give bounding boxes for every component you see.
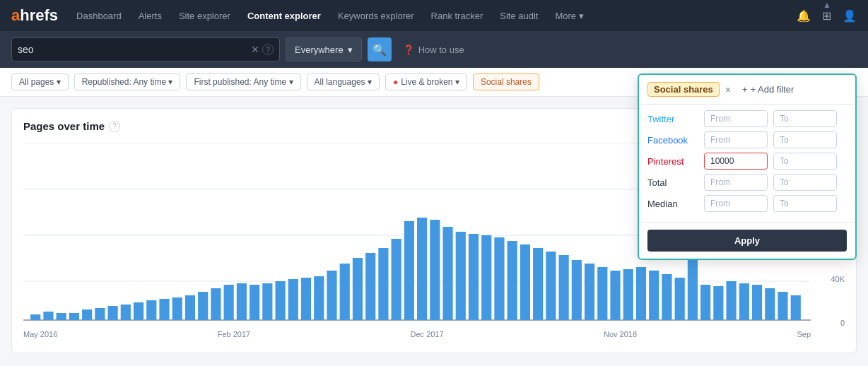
svg-rect-57 bbox=[700, 285, 710, 320]
svg-rect-19 bbox=[211, 288, 221, 320]
pinterest-label: Pinterest bbox=[647, 156, 698, 167]
nav-site-explorer[interactable]: Site explorer bbox=[172, 0, 237, 31]
median-to-input[interactable] bbox=[773, 195, 837, 212]
status-dot-icon: ● bbox=[393, 77, 398, 87]
all-pages-filter[interactable]: All pages ▾ bbox=[11, 73, 69, 90]
svg-rect-51 bbox=[623, 269, 633, 320]
nav-content-explorer[interactable]: Content explorer bbox=[240, 0, 328, 31]
svg-rect-25 bbox=[288, 279, 298, 320]
help-circle-icon: ❓ bbox=[403, 45, 414, 55]
nav-alerts[interactable]: Alerts bbox=[131, 0, 169, 31]
svg-rect-31 bbox=[365, 253, 375, 320]
search-help-icon[interactable]: ? bbox=[262, 44, 274, 55]
twitter-to-input[interactable] bbox=[773, 110, 837, 127]
svg-rect-33 bbox=[392, 239, 401, 320]
svg-rect-24 bbox=[275, 281, 285, 320]
nav-dashboard[interactable]: Dashboard bbox=[69, 0, 129, 31]
svg-rect-44 bbox=[533, 248, 543, 320]
svg-rect-34 bbox=[404, 221, 414, 320]
svg-rect-37 bbox=[442, 227, 452, 320]
search-bar: ✕ ? Everywhere ▾ 🔍 ❓ How to use bbox=[0, 31, 868, 68]
popup-title: Social shares bbox=[647, 82, 720, 97]
search-icon: 🔍 bbox=[373, 43, 387, 57]
svg-rect-36 bbox=[430, 220, 440, 320]
total-from-input[interactable] bbox=[704, 174, 768, 191]
bell-icon[interactable]: 🔔 bbox=[797, 9, 811, 23]
svg-rect-35 bbox=[417, 218, 427, 320]
search-button[interactable]: 🔍 bbox=[368, 37, 392, 61]
twitter-from-input[interactable] bbox=[704, 110, 768, 127]
top-navigation: ahrefs Dashboard Alerts Site explorer Co… bbox=[0, 0, 868, 31]
svg-rect-38 bbox=[456, 232, 466, 320]
y-label-3: 40K bbox=[831, 275, 845, 283]
pinterest-from-input[interactable] bbox=[704, 153, 768, 170]
add-filter-label: + Add filter bbox=[751, 84, 794, 95]
svg-rect-55 bbox=[675, 278, 685, 320]
live-broken-filter[interactable]: ● Live & broken ▾ bbox=[385, 73, 467, 90]
user-icon[interactable]: 👤 bbox=[843, 9, 857, 23]
svg-rect-63 bbox=[778, 292, 787, 320]
svg-rect-28 bbox=[327, 271, 336, 320]
nav-keywords-explorer[interactable]: Keywords explorer bbox=[331, 0, 421, 31]
pinterest-to-input[interactable] bbox=[773, 153, 837, 170]
svg-rect-11 bbox=[108, 306, 118, 320]
x-label-1: Feb 2017 bbox=[218, 330, 250, 338]
svg-rect-45 bbox=[546, 252, 556, 320]
facebook-to-input[interactable] bbox=[773, 131, 837, 148]
collapse-button[interactable]: ▲ bbox=[823, 0, 831, 10]
svg-rect-46 bbox=[559, 255, 569, 320]
svg-rect-14 bbox=[146, 300, 156, 320]
svg-rect-41 bbox=[494, 237, 504, 320]
search-clear-icon[interactable]: ✕ bbox=[251, 44, 259, 55]
chart-help-icon[interactable]: ? bbox=[109, 121, 120, 132]
svg-rect-61 bbox=[752, 285, 762, 320]
svg-rect-30 bbox=[353, 258, 363, 320]
social-shares-filter[interactable]: Social shares bbox=[473, 73, 539, 90]
first-published-filter[interactable]: First published: Any time ▾ bbox=[186, 73, 300, 90]
twitter-label: Twitter bbox=[647, 114, 698, 124]
svg-rect-53 bbox=[649, 271, 659, 320]
how-to-use-link[interactable]: ❓ How to use bbox=[397, 45, 470, 55]
svg-rect-18 bbox=[198, 292, 208, 320]
median-filter-row: Median bbox=[647, 195, 847, 212]
median-from-input[interactable] bbox=[704, 195, 768, 212]
svg-rect-39 bbox=[469, 234, 479, 320]
x-label-3: Nov 2018 bbox=[604, 330, 637, 338]
republished-filter[interactable]: Republished: Any time ▾ bbox=[74, 73, 181, 90]
total-to-input[interactable] bbox=[773, 174, 837, 191]
x-axis-labels: May 2016 Feb 2017 Dec 2017 Nov 2018 Sep bbox=[23, 327, 811, 338]
apply-button[interactable]: Apply bbox=[647, 230, 847, 252]
facebook-from-input[interactable] bbox=[704, 131, 768, 148]
everywhere-label: Everywhere bbox=[295, 45, 344, 55]
filter-bar: All pages ▾ Republished: Any time ▾ Firs… bbox=[0, 68, 868, 97]
nav-rank-tracker[interactable]: Rank tracker bbox=[424, 0, 491, 31]
search-input-wrap: ✕ ? bbox=[11, 37, 280, 61]
social-shares-popup: Social shares × + + Add filter Twitter F… bbox=[638, 73, 857, 260]
facebook-label: Facebook bbox=[647, 135, 698, 146]
svg-rect-9 bbox=[82, 309, 92, 320]
logo[interactable]: ahrefs bbox=[11, 6, 58, 25]
search-input[interactable] bbox=[18, 44, 248, 55]
svg-rect-52 bbox=[636, 267, 646, 320]
chart-title: Pages over time bbox=[23, 120, 105, 132]
popup-footer: Apply bbox=[639, 222, 855, 259]
pinterest-filter-row: Pinterest bbox=[647, 153, 847, 170]
add-filter-button[interactable]: + + Add filter bbox=[742, 84, 794, 95]
svg-rect-54 bbox=[662, 274, 671, 320]
svg-rect-5 bbox=[30, 314, 40, 320]
popup-container: Social shares × + + Add filter Twitter F… bbox=[638, 73, 857, 260]
nav-site-audit[interactable]: Site audit bbox=[493, 0, 545, 31]
window-icon[interactable]: ⊞ bbox=[822, 9, 831, 23]
svg-rect-22 bbox=[250, 285, 259, 320]
x-label-0: May 2016 bbox=[23, 330, 57, 338]
all-languages-filter[interactable]: All languages ▾ bbox=[307, 73, 380, 90]
everywhere-dropdown[interactable]: Everywhere ▾ bbox=[286, 37, 362, 61]
svg-rect-47 bbox=[572, 260, 582, 320]
nav-more[interactable]: More ▾ bbox=[548, 0, 590, 31]
x-label-4: Sep bbox=[797, 330, 811, 338]
svg-rect-62 bbox=[765, 288, 775, 320]
svg-rect-59 bbox=[726, 281, 736, 320]
popup-close-button[interactable]: × bbox=[725, 84, 731, 95]
svg-rect-17 bbox=[185, 295, 195, 320]
popup-header: Social shares × + + Add filter bbox=[639, 75, 855, 105]
